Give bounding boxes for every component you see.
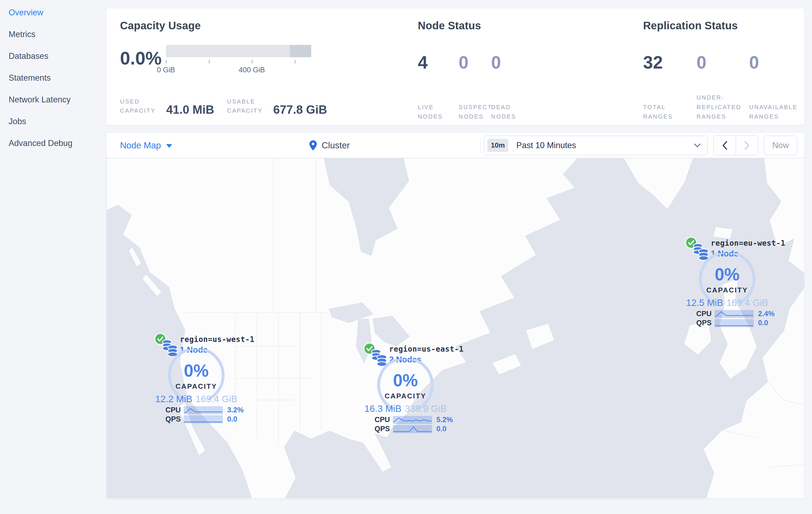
unavailable-ranges-stat: 0 UNAVAILABLE RANGES — [749, 49, 803, 121]
gauge-capacity-label: CAPACITY — [374, 392, 437, 400]
capacity-tick-label-400: 400 GiB — [239, 66, 265, 74]
capacity-usage-title: Capacity Usage — [120, 20, 415, 32]
under-replicated-ranges-value: 0 — [697, 54, 749, 71]
cpu-value: 5.2% — [436, 415, 453, 424]
replication-status-title: Replication Status — [643, 20, 804, 32]
qps-sparkline — [715, 319, 754, 327]
qps-label: QPS — [696, 319, 713, 327]
capacity-stats: USED CAPACITY 41.0 MiB USABLE CAPACITY 6… — [120, 97, 327, 117]
cpu-label: CPU — [166, 406, 182, 414]
map-pin-icon — [309, 140, 317, 151]
under-replicated-ranges-stat: 0 UNDER-REPLICATED RANGES — [697, 49, 749, 121]
unavailable-ranges-label: UNAVAILABLE RANGES — [749, 102, 800, 121]
region-total-capacity: 338.9 GiB — [405, 403, 446, 414]
breadcrumb[interactable]: Cluster — [309, 133, 350, 158]
capacity-usage-section: Capacity Usage — [120, 20, 415, 32]
region-marker-us-west-1: region=us-west-1 1 Node 0% CAPACITY 12.2… — [152, 333, 240, 424]
node-status-section: Node Status 4 LIVE NODES 0 SUSPECT NODES… — [418, 20, 606, 32]
live-nodes-value: 4 — [418, 54, 459, 71]
chevron-down-icon — [694, 143, 701, 147]
dead-nodes-label: DEAD NODES — [491, 102, 532, 121]
capacity-percent: 0.0% — [120, 48, 162, 69]
usable-capacity-value: 677.8 GiB — [273, 103, 327, 117]
node-status-title: Node Status — [418, 20, 606, 32]
live-nodes-label: LIVE NODES — [418, 102, 459, 121]
capacity-tick — [209, 60, 209, 63]
qps-label: QPS — [166, 415, 182, 424]
gauge-capacity-label: CAPACITY — [696, 286, 758, 294]
region-label[interactable]: region=eu-west-1 — [711, 239, 785, 248]
time-back-button[interactable] — [714, 136, 736, 155]
qps-value: 0.0 — [436, 425, 446, 433]
suspect-nodes-stat: 0 SUSPECT NODES — [459, 49, 491, 121]
sidebar-item-network-latency[interactable]: Network Latency — [0, 89, 106, 110]
used-capacity-stat: USED CAPACITY 41.0 MiB — [120, 97, 214, 117]
sidebar-item-jobs[interactable]: Jobs — [0, 110, 106, 132]
replication-status-section: Replication Status 32 TOTAL RANGES 0 UND… — [643, 20, 804, 32]
capacity-tick — [295, 60, 295, 63]
capacity-bar: 0 GiB 400 GiB — [166, 45, 311, 57]
caret-down-icon — [166, 144, 172, 148]
map-toolbar: Node Map Cluster 10m Past 10 Minutes — [107, 133, 804, 158]
cpu-sparkline — [184, 406, 223, 414]
region-total-capacity: 169.4 GiB — [726, 297, 768, 308]
node-map-panel: Node Map Cluster 10m Past 10 Minutes — [106, 133, 805, 498]
total-ranges-label: TOTAL RANGES — [643, 102, 694, 121]
sidebar-item-statements[interactable]: Statements — [0, 67, 106, 89]
total-ranges-value: 32 — [643, 54, 697, 71]
world-map[interactable]: region=us-west-1 1 Node 0% CAPACITY 12.2… — [107, 158, 805, 498]
dead-nodes-value: 0 — [491, 54, 532, 71]
sidebar-item-metrics[interactable]: Metrics — [0, 23, 106, 45]
region-marker-us-east-1: region=us-east-1 2 Nodes 0% CAPACITY 16.… — [361, 343, 450, 434]
cpu-label: CPU — [375, 415, 391, 424]
cpu-sparkline — [715, 310, 754, 318]
region-used-capacity: 12.2 MiB — [155, 394, 192, 404]
qps-label: QPS — [375, 425, 391, 433]
under-replicated-ranges-label: UNDER-REPLICATED RANGES — [697, 93, 748, 121]
map-landmass-svg — [107, 158, 805, 498]
unavailable-ranges-value: 0 — [749, 54, 803, 71]
region-used-capacity: 12.5 MiB — [686, 297, 723, 308]
time-controls: 10m Past 10 Minutes Now — [484, 135, 797, 155]
capacity-tick — [252, 60, 253, 63]
breadcrumb-label: Cluster — [322, 140, 350, 151]
capacity-tick-label-0: 0 GiB — [157, 66, 175, 74]
time-step-buttons — [714, 135, 758, 155]
sidebar-item-databases[interactable]: Databases — [0, 45, 106, 67]
sidebar-item-advanced-debug[interactable]: Advanced Debug — [0, 132, 106, 154]
view-mode-dropdown[interactable]: Node Map — [120, 140, 172, 151]
time-range-badge: 10m — [487, 139, 508, 152]
now-button[interactable]: Now — [764, 136, 797, 155]
view-mode-label: Node Map — [120, 140, 161, 151]
live-nodes-stat: 4 LIVE NODES — [418, 49, 459, 121]
dead-nodes-stat: 0 DEAD NODES — [491, 49, 532, 121]
qps-value: 0.0 — [758, 319, 768, 327]
used-capacity-value: 41.0 MiB — [166, 103, 214, 117]
sidebar: Overview Metrics Databases Statements Ne… — [0, 0, 106, 514]
qps-sparkline — [184, 415, 223, 424]
total-ranges-stat: 32 TOTAL RANGES — [643, 49, 697, 121]
gauge-percent: 0% — [165, 361, 227, 381]
capacity-tick — [166, 60, 167, 63]
capacity-bar-reserved-segment — [290, 45, 311, 57]
qps-sparkline — [393, 425, 432, 433]
cpu-value: 2.4% — [758, 310, 775, 318]
region-used-capacity: 16.3 MiB — [365, 403, 401, 414]
region-label[interactable]: region=us-east-1 — [389, 345, 464, 353]
region-total-capacity: 169.4 GiB — [196, 394, 237, 404]
main-content: Capacity Usage 0.0% 0 GiB 400 GiB USED C… — [106, 0, 805, 498]
cpu-label: CPU — [696, 310, 713, 318]
capacity-bar-track — [166, 45, 311, 57]
suspect-nodes-value: 0 — [459, 54, 491, 71]
time-range-select[interactable]: 10m Past 10 Minutes — [484, 136, 707, 155]
time-forward-button[interactable] — [736, 136, 758, 155]
gauge-capacity-label: CAPACITY — [165, 382, 227, 390]
usable-capacity-label: USABLE CAPACITY — [227, 97, 273, 117]
time-range-label: Past 10 Minutes — [516, 141, 576, 150]
suspect-nodes-label: SUSPECT NODES — [459, 102, 491, 121]
sidebar-item-overview[interactable]: Overview — [0, 2, 106, 23]
region-label[interactable]: region=us-west-1 — [180, 335, 255, 344]
used-capacity-label: USED CAPACITY — [120, 97, 166, 117]
cpu-sparkline — [393, 416, 432, 424]
gauge-percent: 0% — [374, 371, 437, 390]
